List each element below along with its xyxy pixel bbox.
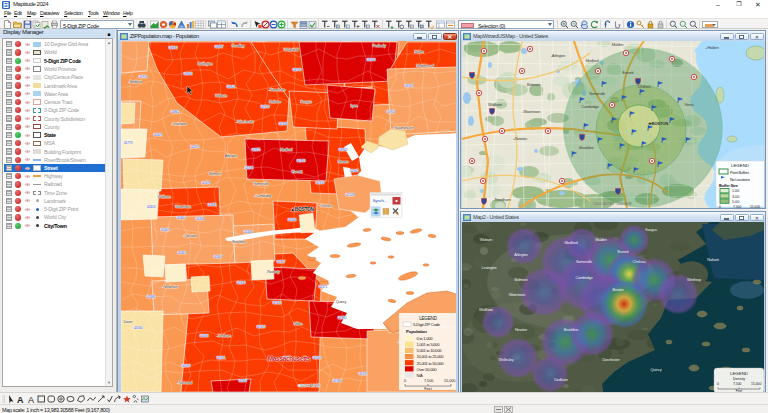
svg-text:Belmont: Belmont	[515, 277, 529, 282]
svg-text:Over 50,000: Over 50,000	[416, 367, 437, 372]
svg-text:02150: 02150	[315, 181, 324, 185]
svg-text:01940: 01940	[292, 68, 301, 72]
svg-text:02122: 02122	[272, 301, 281, 305]
svg-text:-Roxbury: -Roxbury	[266, 270, 280, 274]
svg-text:Somerville: Somerville	[253, 182, 268, 186]
svg-text:Chelsea: Chelsea	[633, 259, 647, 264]
svg-text:02090: 02090	[181, 364, 190, 368]
svg-text:Peabody: Peabody	[372, 44, 386, 48]
svg-text:1,001 to 5,000: 1,001 to 5,000	[416, 342, 440, 347]
svg-text:Buffer Size: Buffer Size	[719, 183, 739, 188]
svg-text:15,000: 15,000	[750, 205, 760, 209]
svg-text:Lexington: Lexington	[481, 265, 496, 270]
svg-text:Wakefield: Wakefield	[283, 48, 297, 52]
svg-text:02169: 02169	[312, 356, 321, 360]
svg-text:-Swampscott: -Swampscott	[393, 126, 413, 130]
svg-text:Density: Density	[733, 377, 745, 381]
svg-text:02460: 02460	[176, 216, 185, 220]
svg-text:Waltham: Waltham	[488, 102, 503, 107]
svg-text:▲BOSTON: ▲BOSTON	[290, 207, 314, 212]
svg-text:Point Buffers: Point Buffers	[730, 171, 749, 175]
svg-text:02127: 02127	[276, 260, 285, 264]
svg-text:+Newton: +Newton	[183, 234, 196, 238]
svg-text:01905: 01905	[349, 169, 358, 173]
svg-text:02138: 02138	[244, 166, 253, 170]
svg-text:01907: 01907	[386, 110, 395, 114]
svg-text:02467: 02467	[238, 379, 247, 383]
svg-text:02128: 02128	[345, 193, 354, 197]
svg-text:Melrose: Melrose	[269, 100, 281, 104]
svg-text:Chelsea: Chelsea	[319, 204, 332, 208]
svg-text:Waltham: Waltham	[157, 195, 170, 199]
svg-text:A: A	[28, 395, 34, 405]
svg-text:25,001 to 50,000: 25,001 to 50,000	[416, 361, 444, 366]
svg-text:-Malden: -Malden	[611, 42, 624, 47]
svg-text:Revere: Revere	[337, 160, 348, 164]
svg-text:02126: 02126	[256, 325, 265, 329]
svg-text:5,001 to 10,000: 5,001 to 10,000	[416, 348, 442, 353]
svg-text:0: 0	[404, 379, 406, 383]
svg-text:A: A	[17, 395, 24, 405]
svg-text:Arlington: Arlington	[514, 252, 528, 257]
svg-text:Brookline: Brookline	[232, 240, 246, 244]
svg-text:Vinna: Vinna	[685, 102, 695, 107]
svg-text:©2024 CALIPER ©2024 HERE: ©2024 CALIPER ©2024 HERE	[592, 202, 633, 206]
svg-text:-Needham: -Needham	[162, 285, 178, 289]
svg-text:01887: 01887	[214, 45, 223, 49]
svg-text:Saugus: Saugus	[645, 227, 657, 232]
svg-text:02467: 02467	[213, 255, 222, 259]
svg-text:02482: 02482	[146, 295, 155, 299]
svg-text:01862: 01862	[170, 110, 179, 114]
svg-text:Waltham: Waltham	[479, 307, 493, 312]
svg-text:02472: 02472	[207, 203, 216, 207]
svg-text:Population: Population	[406, 329, 427, 334]
svg-text:02155: 02155	[251, 148, 260, 152]
svg-text:Everett: Everett	[291, 170, 302, 174]
svg-text:Somerville: Somerville	[589, 91, 606, 96]
svg-text:15,000: 15,000	[444, 379, 455, 383]
svg-text:Arlington: Arlington	[224, 154, 237, 158]
svg-text:01801: 01801	[226, 85, 235, 89]
svg-text:-Stoneham: -Stoneham	[268, 88, 284, 92]
svg-text:-Needham: -Needham	[494, 197, 512, 202]
svg-text:02191: 02191	[358, 372, 367, 376]
svg-text:Dorchester: Dorchester	[602, 357, 620, 362]
svg-text:0: 0	[719, 205, 721, 209]
svg-text:0 to 1,000: 0 to 1,000	[416, 336, 433, 341]
svg-text:Everett: Everett	[623, 70, 635, 75]
svg-text:01960: 01960	[366, 58, 375, 62]
svg-text:Nahant: Nahant	[707, 257, 719, 262]
svg-text:-Lexington: -Lexington	[171, 122, 186, 126]
svg-text:1.00: 1.00	[732, 189, 739, 193]
svg-text:Cambridge: Cambridge	[581, 104, 599, 109]
svg-text:-Bedford: -Bedford	[128, 80, 141, 84]
svg-text:01730: 01730	[168, 46, 177, 50]
svg-text:02465: 02465	[160, 228, 169, 232]
svg-text:02474: 02474	[190, 145, 199, 149]
svg-text:-Cambridge: -Cambridge	[254, 194, 271, 198]
svg-text:©2024 CALIPER: ©2024 CALIPER	[297, 384, 320, 388]
svg-text:02458: 02458	[195, 217, 204, 221]
svg-text:02176: 02176	[260, 105, 269, 109]
svg-text:5-Digit ZIP Code: 5-Digit ZIP Code	[413, 322, 441, 327]
svg-text:-Norwood: -Norwood	[177, 381, 192, 385]
svg-text:02149: 02149	[296, 159, 305, 163]
svg-text:Reading: Reading	[231, 44, 244, 48]
svg-text:02131: 02131	[216, 356, 225, 360]
svg-text:Dedham: Dedham	[554, 377, 568, 382]
svg-text:Everett: Everett	[618, 249, 630, 254]
svg-text:Chelsea: Chelsea	[638, 84, 652, 89]
svg-text:Newton: Newton	[515, 327, 527, 332]
svg-text:02461: 02461	[177, 251, 186, 255]
svg-text:Winthrop: Winthrop	[687, 277, 701, 282]
svg-text:LEGEND: LEGEND	[419, 316, 438, 321]
svg-text:Wellesley: Wellesley	[499, 357, 514, 362]
svg-text:Malden: Malden	[595, 237, 607, 242]
svg-text:Cambridge: Cambridge	[575, 275, 592, 280]
svg-text:LEGEND: LEGEND	[731, 163, 749, 168]
svg-text:02446: 02446	[243, 230, 252, 234]
svg-text:01902: 01902	[338, 148, 347, 152]
svg-text:02170: 02170	[337, 316, 346, 320]
svg-text:+Newton: +Newton	[513, 136, 527, 141]
svg-text:No Locations: No Locations	[730, 178, 750, 182]
